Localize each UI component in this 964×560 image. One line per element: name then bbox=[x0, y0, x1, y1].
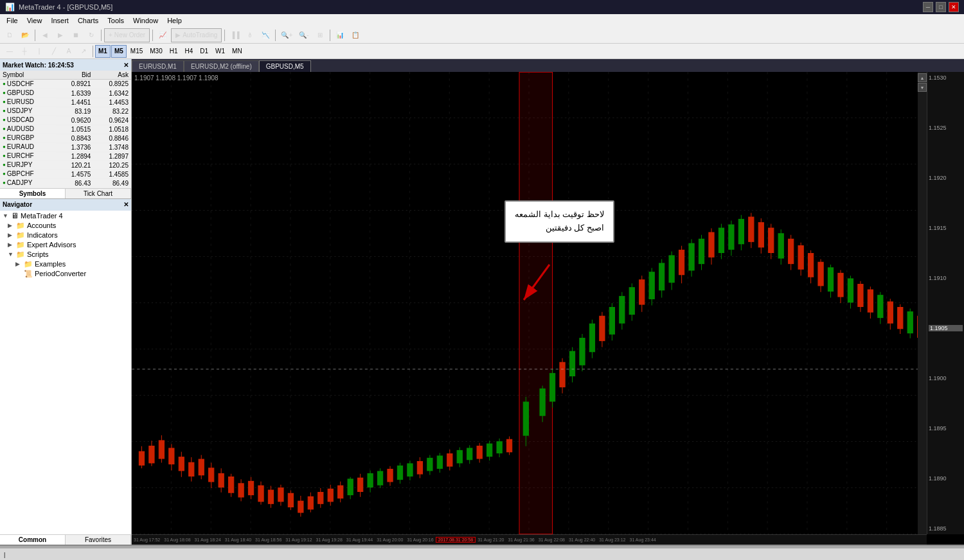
mw-ask: 1.4453 bbox=[93, 98, 131, 107]
bar-chart-button[interactable]: ▐▐ bbox=[228, 28, 242, 42]
svg-rect-63 bbox=[427, 459, 433, 471]
mw-symbol-name: AUDUSD bbox=[7, 125, 34, 132]
period-w1[interactable]: W1 bbox=[212, 45, 228, 58]
chart-tab-eurusd-m1[interactable]: EURUSD,M1 bbox=[132, 60, 184, 72]
mw-symbol: ● USDCHF bbox=[0, 80, 56, 89]
reload-button[interactable]: ↻ bbox=[84, 28, 98, 42]
new-order-button[interactable]: + New Order bbox=[104, 28, 150, 42]
market-watch-row[interactable]: ● EURUSD 1.4451 1.4453 bbox=[0, 98, 131, 107]
tab-common[interactable]: Common bbox=[0, 535, 66, 545]
sep4 bbox=[224, 30, 225, 41]
tree-examples[interactable]: ▶ 📁 Examples bbox=[0, 259, 131, 269]
draw-line-tool[interactable]: ╱ bbox=[47, 44, 61, 58]
time-label-6: 31 Aug 19:12 bbox=[283, 538, 314, 542]
menu-charts[interactable]: Charts bbox=[74, 16, 102, 25]
text-tool[interactable]: A bbox=[62, 44, 76, 58]
period-m1[interactable]: M1 bbox=[95, 45, 111, 58]
market-watch-row[interactable]: ● USDJPY 83.19 83.22 bbox=[0, 107, 131, 116]
zoom-in-button[interactable]: 🔍+ bbox=[278, 28, 295, 42]
svg-rect-25 bbox=[238, 484, 244, 497]
main-layout: Market Watch: 16:24:53 ✕ Symbol Bid Ask … bbox=[0, 59, 964, 545]
period-h4[interactable]: H4 bbox=[182, 45, 197, 58]
market-watch-row[interactable]: ● EURCHF 1.2894 1.2897 bbox=[0, 152, 131, 161]
restore-button[interactable]: □ bbox=[936, 2, 946, 12]
new-button[interactable]: 🗋 bbox=[3, 28, 17, 42]
tree-indicators[interactable]: ▶ 📁 Indicators bbox=[0, 231, 131, 240]
menu-view[interactable]: View bbox=[23, 16, 46, 25]
market-watch-row[interactable]: ● USDCHF 0.8921 0.8925 bbox=[0, 80, 131, 89]
history-button[interactable]: 📈 bbox=[156, 28, 170, 42]
open-button[interactable]: 📂 bbox=[18, 28, 32, 42]
zoom-out-button[interactable]: 🔍- bbox=[296, 28, 311, 42]
close-button[interactable]: ✕ bbox=[949, 2, 959, 12]
tab-symbols[interactable]: Symbols bbox=[0, 189, 66, 198]
auto-trading-icon: ▶ bbox=[175, 31, 181, 39]
time-label-8: 31 Aug 19:44 bbox=[344, 538, 375, 542]
svg-rect-105 bbox=[649, 272, 654, 299]
chart-tab-gbpusd-m5[interactable]: GBPUSD,M5 bbox=[259, 60, 311, 72]
menu-insert[interactable]: Insert bbox=[47, 16, 73, 25]
market-watch-row[interactable]: ● EURAUD 1.3736 1.3748 bbox=[0, 143, 131, 152]
mw-direction-icon: ● bbox=[3, 153, 6, 159]
menu-window[interactable]: Window bbox=[129, 16, 162, 25]
candle-chart-button[interactable]: 🕯 bbox=[243, 28, 257, 42]
title-bar-controls[interactable]: ─ □ ✕ bbox=[923, 2, 959, 12]
mw-ask: 1.2897 bbox=[93, 152, 131, 161]
stop-button[interactable]: ⏹ bbox=[69, 28, 83, 42]
market-watch-row[interactable]: ● GBPCHF 1.4575 1.4585 bbox=[0, 170, 131, 179]
crosshair-tool[interactable]: | bbox=[32, 44, 46, 58]
template-button[interactable]: 📋 bbox=[348, 28, 362, 42]
back-button[interactable]: ◀ bbox=[38, 28, 52, 42]
tree-metatrader4[interactable]: ▼ 🖥 MetaTrader 4 bbox=[0, 211, 131, 221]
sep2 bbox=[101, 30, 102, 41]
annotation-line1: لاحظ توقيت بداية الشمعه bbox=[515, 208, 604, 222]
auto-trading-button[interactable]: ▶ AutoTrading bbox=[171, 28, 222, 42]
properties-button[interactable]: ⊞ bbox=[313, 28, 327, 42]
chart-scroll-down[interactable]: ▼ bbox=[918, 83, 927, 92]
tree-scripts[interactable]: ▼ 📁 Scripts bbox=[0, 250, 131, 259]
price-1890: 1.1890 bbox=[929, 475, 963, 482]
tree-expert-advisors[interactable]: ▶ 📁 Expert Advisors bbox=[0, 240, 131, 250]
line-chart-button[interactable]: 📉 bbox=[258, 28, 272, 42]
mw-symbol-name: USDCHF bbox=[7, 80, 34, 87]
tab-tick-chart[interactable]: Tick Chart bbox=[66, 189, 131, 198]
period-m30[interactable]: M30 bbox=[147, 45, 165, 58]
svg-rect-91 bbox=[580, 338, 585, 365]
chart-scroll-up[interactable]: ▲ bbox=[918, 73, 927, 82]
navigator-close[interactable]: ✕ bbox=[123, 201, 129, 208]
mw-ask: 120.25 bbox=[93, 161, 131, 170]
arrow-tool[interactable]: ↗ bbox=[76, 44, 91, 58]
chart-right-toolbar: ▲ ▼ bbox=[918, 72, 927, 534]
period-h1[interactable]: H1 bbox=[166, 45, 181, 58]
menu-file[interactable]: File bbox=[3, 16, 22, 25]
market-watch-row[interactable]: ● EURJPY 120.21 120.25 bbox=[0, 161, 131, 170]
tree-accounts[interactable]: ▶ 📁 Accounts bbox=[0, 221, 131, 231]
market-watch-row[interactable]: ● AUDUSD 1.0515 1.0518 bbox=[0, 125, 131, 134]
market-watch-row[interactable]: ● CADJPY 86.43 86.49 bbox=[0, 179, 131, 188]
chart-title: 1.1907 1.1908 1.1907 1.1908 bbox=[134, 74, 219, 82]
cursor-tool[interactable]: ┼ bbox=[17, 44, 31, 58]
market-watch-row[interactable]: ● EURGBP 0.8843 0.8846 bbox=[0, 134, 131, 143]
period-mn[interactable]: MN bbox=[229, 45, 245, 58]
market-watch-row[interactable]: ● GBPUSD 1.6339 1.6342 bbox=[0, 89, 131, 98]
period-m5[interactable]: M5 bbox=[111, 45, 127, 58]
tree-label-scripts: Scripts bbox=[27, 250, 49, 258]
market-watch-row[interactable]: ● USDCAD 0.9620 0.9624 bbox=[0, 116, 131, 125]
market-watch-close[interactable]: ✕ bbox=[123, 62, 129, 69]
svg-rect-127 bbox=[758, 223, 763, 247]
chart-tab-eurusd-m2[interactable]: EURUSD,M2 (offline) bbox=[184, 60, 259, 72]
time-label-2: 31 Aug 18:08 bbox=[162, 538, 192, 542]
svg-rect-99 bbox=[620, 297, 625, 323]
mw-bid: 0.8843 bbox=[56, 134, 94, 143]
forward-button[interactable]: ▶ bbox=[53, 28, 67, 42]
menu-tools[interactable]: Tools bbox=[103, 16, 128, 25]
indicators-button[interactable]: 📊 bbox=[333, 28, 347, 42]
minimize-button[interactable]: ─ bbox=[923, 2, 933, 12]
line-tool[interactable]: — bbox=[3, 44, 17, 58]
tree-period-converter[interactable]: 📜 PeriodConverter bbox=[0, 269, 131, 279]
tab-favorites[interactable]: Favorites bbox=[66, 535, 131, 545]
period-d1[interactable]: D1 bbox=[197, 45, 211, 58]
svg-rect-123 bbox=[738, 220, 744, 244]
period-m15[interactable]: M15 bbox=[127, 45, 146, 58]
menu-help[interactable]: Help bbox=[163, 16, 186, 25]
